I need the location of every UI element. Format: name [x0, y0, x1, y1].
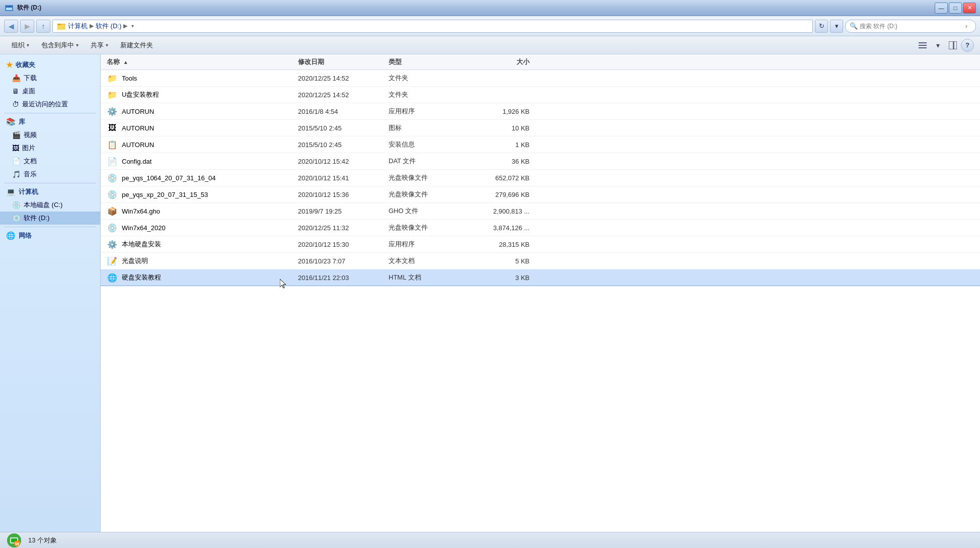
table-row[interactable]: 📦 Win7x64.gho 2019/9/7 19:25 GHO 文件 2,90… — [101, 203, 980, 220]
sidebar-item-video[interactable]: 🎬 视频 — [0, 128, 100, 142]
sidebar-item-downloads[interactable]: 📥 下载 — [0, 72, 100, 85]
table-row[interactable]: 💿 pe_yqs_xp_20_07_31_15_53 2020/10/12 15… — [101, 186, 980, 203]
library-section: 📚 库 🎬 视频 🖼 图片 📄 文档 🎵 音乐 — [0, 115, 100, 181]
up-button[interactable]: ↑ — [36, 20, 50, 33]
library-label: 库 — [19, 117, 25, 126]
file-name-cell: 📄 Config.dat — [107, 156, 298, 167]
minimize-button[interactable]: — — [935, 3, 948, 14]
window-title: 软件 (D:) — [17, 4, 41, 12]
sidebar: ★ 收藏夹 📥 下载 🖥 桌面 ⏱ 最近访问的位置 📚 库 — [0, 54, 101, 532]
file-name-label: 硬盘安装教程 — [122, 273, 161, 282]
breadcrumb-computer[interactable]: 计算机 — [68, 22, 88, 31]
recent-label: 最近访问的位置 — [22, 100, 68, 109]
organize-arrow: ▾ — [27, 42, 29, 48]
help-button[interactable]: ? — [961, 39, 974, 52]
file-type-icon: 📦 — [107, 206, 118, 217]
view-dropdown-button[interactable]: ▾ — [931, 39, 945, 52]
sidebar-item-music[interactable]: 🎵 音乐 — [0, 168, 100, 181]
file-type-cell: 文本文档 — [389, 256, 469, 265]
view-options-button[interactable] — [916, 39, 930, 52]
library-header[interactable]: 📚 库 — [0, 115, 100, 128]
network-header[interactable]: 🌐 网络 — [0, 229, 100, 242]
favorites-header[interactable]: ★ 收藏夹 — [0, 58, 100, 72]
app-logo-icon: W — [6, 532, 22, 549]
file-date-cell: 2020/10/12 15:42 — [298, 158, 389, 165]
table-row[interactable]: ⚙️ 本地硬盘安装 2020/10/12 15:30 应用程序 28,315 K… — [101, 236, 980, 253]
sidebar-item-desktop[interactable]: 🖥 桌面 — [0, 85, 100, 98]
preview-pane-button[interactable] — [946, 39, 960, 52]
file-name-label: pe_yqs_1064_20_07_31_16_04 — [122, 174, 216, 182]
table-row[interactable]: 📁 Tools 2020/12/25 14:52 文件夹 — [101, 70, 980, 87]
file-name-cell: 💿 pe_yqs_1064_20_07_31_16_04 — [107, 172, 298, 183]
breadcrumb-drive[interactable]: 软件 (D:) — [96, 22, 121, 31]
file-name-cell: 🖼 AUTORUN — [107, 122, 298, 133]
previous-locations-button[interactable]: ▾ — [830, 20, 843, 33]
file-name-label: AUTORUN — [122, 141, 154, 149]
refresh-button[interactable]: ↻ — [815, 20, 828, 33]
breadcrumb-dropdown-arrow[interactable]: ▾ — [131, 23, 134, 29]
sidebar-divider-3 — [4, 227, 96, 227]
svg-text:W: W — [15, 541, 20, 546]
table-row[interactable]: 💿 pe_yqs_1064_20_07_31_16_04 2020/10/12 … — [101, 170, 980, 186]
file-date-cell: 2016/1/8 4:54 — [298, 108, 389, 115]
share-button[interactable]: 共享 ▾ — [85, 38, 114, 52]
table-row[interactable]: 🖼 AUTORUN 2015/5/10 2:45 图标 10 KB — [101, 120, 980, 136]
breadcrumb-sep1: ▶ — [90, 23, 94, 29]
close-button[interactable]: ✕ — [963, 3, 976, 14]
svg-rect-4 — [57, 25, 65, 30]
include-library-label: 包含到库中 — [41, 41, 74, 50]
file-type-icon: 🖼 — [107, 122, 118, 133]
sidebar-item-local-c[interactable]: 💿 本地磁盘 (C:) — [0, 198, 100, 212]
star-icon: ★ — [6, 60, 13, 70]
organize-button[interactable]: 组织 ▾ — [6, 38, 35, 52]
column-name[interactable]: 名称 ▲ — [107, 57, 298, 66]
table-row[interactable]: 🌐 硬盘安装教程 2016/11/21 22:03 HTML 文档 3 KB — [101, 269, 980, 286]
file-type-icon: 🌐 — [107, 272, 118, 283]
image-label: 图片 — [22, 144, 35, 153]
breadcrumb-computer-label: 计算机 — [68, 22, 88, 31]
file-type-cell: 安装信息 — [389, 140, 469, 149]
sidebar-item-recent[interactable]: ⏱ 最近访问的位置 — [0, 98, 100, 111]
local-c-label: 本地磁盘 (C:) — [24, 200, 62, 210]
svg-rect-6 — [919, 42, 927, 43]
file-name-label: pe_yqs_xp_20_07_31_15_53 — [122, 191, 208, 198]
search-input[interactable] — [860, 23, 959, 30]
computer-header[interactable]: 💻 计算机 — [0, 185, 100, 198]
forward-button[interactable]: ▶ — [20, 20, 34, 33]
video-label: 视频 — [24, 130, 37, 140]
table-row[interactable]: 💿 Win7x64_2020 2020/12/25 11:32 光盘映像文件 3… — [101, 220, 980, 236]
desktop-label: 桌面 — [22, 87, 35, 96]
file-size-cell: 3 KB — [469, 274, 530, 282]
include-library-button[interactable]: 包含到库中 ▾ — [36, 38, 84, 52]
share-arrow: ▾ — [106, 42, 108, 48]
sidebar-item-document[interactable]: 📄 文档 — [0, 155, 100, 168]
column-date[interactable]: 修改日期 — [298, 57, 389, 66]
table-row[interactable]: 📋 AUTORUN 2015/5/10 2:45 安装信息 1 KB — [101, 136, 980, 153]
downloads-icon: 📥 — [12, 74, 21, 82]
table-row[interactable]: 📄 Config.dat 2020/10/12 15:42 DAT 文件 36 … — [101, 153, 980, 170]
new-folder-button[interactable]: 新建文件夹 — [115, 38, 159, 52]
status-app-icon: W — [6, 532, 22, 549]
column-size[interactable]: 大小 — [469, 57, 530, 66]
computer-icon: 💻 — [6, 187, 16, 196]
file-date-cell: 2015/5/10 2:45 — [298, 141, 389, 149]
titlebar: 软件 (D:) — □ ✕ — [0, 0, 980, 16]
sidebar-item-software-d[interactable]: 💿 软件 (D:) — [0, 212, 100, 225]
table-row[interactable]: 📝 光盘说明 2016/10/23 7:07 文本文档 5 KB — [101, 253, 980, 269]
software-d-label: 软件 (D:) — [24, 214, 49, 223]
table-row[interactable]: ⚙️ AUTORUN 2016/1/8 4:54 应用程序 1,926 KB — [101, 103, 980, 120]
column-type[interactable]: 类型 — [389, 57, 469, 66]
file-type-cell: 光盘映像文件 — [389, 190, 469, 199]
search-bar: 🔍 › — [845, 20, 976, 33]
search-submit-icon[interactable]: › — [961, 21, 971, 31]
back-button[interactable]: ◀ — [4, 20, 18, 33]
breadcrumb-drive-label: 软件 (D:) — [96, 22, 121, 31]
table-row[interactable]: 📁 U盘安装教程 2020/12/25 14:52 文件夹 — [101, 87, 980, 103]
maximize-button[interactable]: □ — [949, 3, 962, 14]
file-name-label: AUTORUN — [122, 108, 154, 115]
file-size-cell: 5 KB — [469, 257, 530, 265]
file-type-cell: GHO 文件 — [389, 207, 469, 216]
recent-icon: ⏱ — [12, 100, 19, 108]
sidebar-item-image[interactable]: 🖼 图片 — [0, 142, 100, 155]
address-bar: ◀ ▶ ↑ 计算机 ▶ 软件 (D:) ▶ ▾ ↻ ▾ 🔍 › — [0, 16, 980, 36]
